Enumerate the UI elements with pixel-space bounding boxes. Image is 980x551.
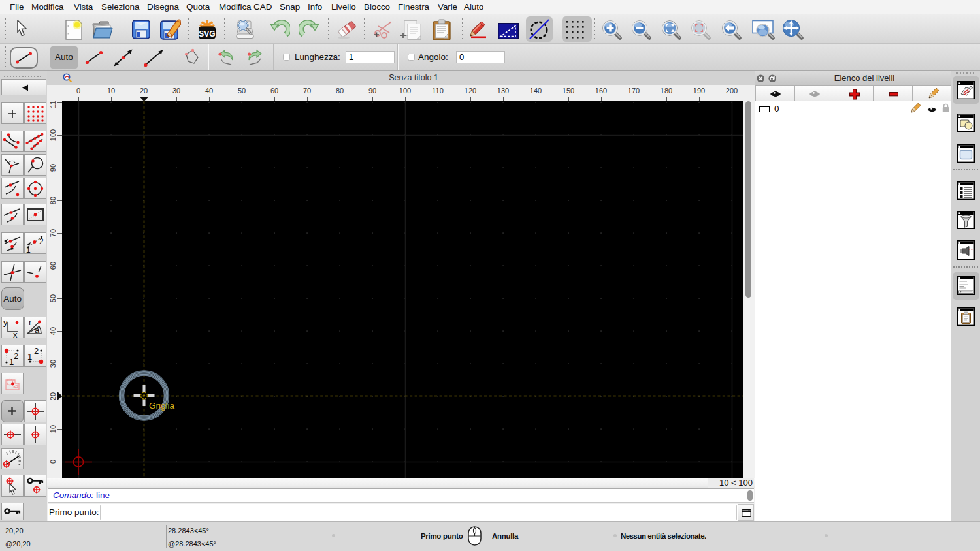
svg-text:SVG: SVG: [199, 29, 215, 39]
svg-text:70: 70: [49, 229, 57, 237]
svg-text:100: 100: [49, 129, 57, 141]
svg-text:2: 2: [34, 346, 39, 356]
svg-text:1: 1: [26, 245, 31, 254]
svg-text:40: 40: [49, 327, 57, 335]
svg-text:90: 90: [49, 164, 57, 172]
svg-text:2: 2: [14, 351, 18, 361]
svg-text:20: 20: [49, 392, 57, 400]
svg-text:y: y: [3, 317, 8, 327]
svg-text:x: x: [13, 330, 18, 338]
svg-text:Griglia: Griglia: [149, 401, 175, 411]
svg-text:1: 1: [27, 352, 32, 362]
svg-text:50: 50: [49, 294, 57, 302]
svg-text:2: 2: [39, 237, 44, 246]
svg-text:10: 10: [49, 425, 57, 433]
svg-text:110: 110: [49, 101, 57, 108]
svg-text:1: 1: [9, 357, 14, 366]
svg-text:0: 0: [49, 460, 57, 464]
svg-text:30: 30: [49, 360, 57, 368]
svg-text:a: a: [35, 325, 40, 335]
svg-text:80: 80: [49, 197, 57, 204]
svg-text:r: r: [29, 317, 32, 327]
svg-text:60: 60: [49, 262, 57, 270]
